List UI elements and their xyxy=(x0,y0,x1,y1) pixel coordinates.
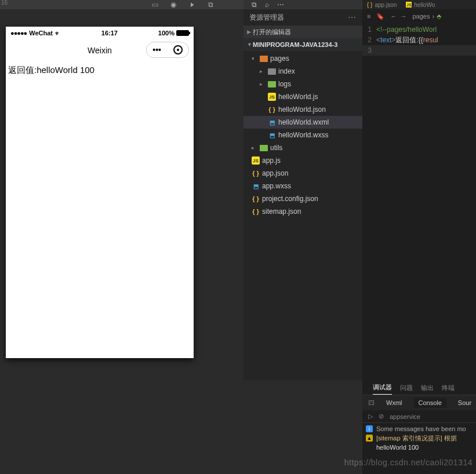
tree-file-project-config[interactable]: { } project.config.json xyxy=(244,192,362,205)
tree-file-hw-wxss[interactable]: ⬒ helloWorld.wxss xyxy=(244,129,362,141)
tree-folder-logs[interactable]: ▸ logs xyxy=(244,78,362,90)
chevron-down-icon: ▼ xyxy=(247,42,253,48)
rotate-icon[interactable]: ⧉ xyxy=(206,1,215,9)
explorer-more-icon[interactable]: ⋯ xyxy=(348,13,357,22)
bookmark-icon[interactable]: 🔖 xyxy=(376,13,384,20)
wxml-file-icon: ⬘ xyxy=(437,13,441,20)
tree-label: helloWorld.js xyxy=(278,93,318,101)
play-icon[interactable]: ▷ xyxy=(368,413,373,420)
js-file-icon: JS xyxy=(252,156,260,165)
code-text: <text>返回值:{{resul xyxy=(376,35,438,45)
carrier-label: WeChat xyxy=(29,30,53,37)
js-file-icon: JS xyxy=(406,2,412,8)
tab-app-json[interactable]: { } app.json xyxy=(362,0,401,9)
project-section[interactable]: ▼ MINIPROGRAM-JAVA1234-3 xyxy=(244,38,362,51)
chevron-right-icon: ▸ xyxy=(260,68,266,74)
tree-folder-index[interactable]: ▸ index xyxy=(244,65,362,78)
tree-file-app-wxss[interactable]: ⬒ app.wxss xyxy=(244,180,362,192)
warn-icon: ▲ xyxy=(366,435,373,442)
tab-hello[interactable]: JS helloWo xyxy=(401,0,439,9)
open-editors-section[interactable]: ▶ 打开的编辑器 xyxy=(244,25,362,38)
nav-fwd-icon[interactable]: → xyxy=(400,13,406,20)
json-file-icon: { } xyxy=(367,2,372,8)
wifi-icon: ᯤ xyxy=(55,30,61,37)
filter-context[interactable]: appservice xyxy=(390,413,420,420)
capsule-button[interactable]: ••• xyxy=(146,42,189,58)
clear-icon[interactable]: ⊘ xyxy=(379,413,384,420)
status-bar: ●●●●● WeChat ᯤ 16:17 100% xyxy=(6,27,194,39)
subtab-sources[interactable]: Sour xyxy=(453,398,476,408)
search-icon[interactable]: ⌕ xyxy=(265,1,269,9)
capsule-menu-icon[interactable]: ••• xyxy=(152,45,161,54)
code-text: <!--pages/helloWorl xyxy=(376,25,437,34)
nav-back-icon[interactable]: ← xyxy=(390,13,397,20)
tree-label: app.js xyxy=(262,156,281,165)
tab-label: helloWo xyxy=(414,2,435,8)
tree-file-hw-json[interactable]: { } helloWorld.json xyxy=(244,103,362,116)
folder-icon xyxy=(260,56,268,62)
open-editors-label: 打开的编辑器 xyxy=(253,28,291,37)
console-filter-bar: ▷ ⊘ appservice xyxy=(362,410,476,423)
tree-file-hw-js[interactable]: JS helloWorld.js xyxy=(244,90,362,103)
folder-icon xyxy=(268,81,276,87)
device-icon[interactable]: ▭ xyxy=(151,1,159,9)
console-subtabs: ⮹ Wxml Console Sour xyxy=(362,395,476,410)
tab-debugger[interactable]: 调试器 xyxy=(373,381,392,395)
tree-label: sitemap.json xyxy=(262,207,301,216)
explorer-panel: 资源管理器 ⋯ ▶ 打开的编辑器 ▼ MINIPROGRAM-JAVA1234-… xyxy=(244,9,362,380)
tree-label: helloWorld.wxml xyxy=(278,118,329,126)
tree-label: index xyxy=(278,67,295,75)
breadcrumb[interactable]: pages › ⬘ xyxy=(412,13,441,20)
line-number: 3 xyxy=(362,46,376,54)
files-icon[interactable]: ⧉ xyxy=(252,1,257,9)
tree-folder-utils[interactable]: ▸ utils xyxy=(244,141,362,154)
subtab-wxml[interactable]: Wxml xyxy=(381,398,407,408)
chevron-down-icon: ▾ xyxy=(252,56,257,61)
tab-problems[interactable]: 问题 xyxy=(400,381,413,395)
inspect-icon[interactable]: ⮹ xyxy=(368,399,375,406)
editor-pane: { } app.json JS helloWo ≡ 🔖 ← → pages › … xyxy=(362,0,476,380)
chevron-right-icon: › xyxy=(432,13,434,20)
chevron-right-icon: ▶ xyxy=(247,29,253,35)
tab-output[interactable]: 输出 xyxy=(421,381,434,395)
wxss-file-icon: ⬒ xyxy=(252,182,260,190)
json-file-icon: { } xyxy=(252,207,260,216)
js-file-icon: JS xyxy=(268,93,276,101)
tree-file-app-js[interactable]: JS app.js xyxy=(244,154,362,167)
wxss-file-icon: ⬒ xyxy=(268,131,276,139)
folder-icon xyxy=(260,145,268,151)
tree-label: pages xyxy=(270,54,289,63)
simulator-panel: ●●●●● WeChat ᯤ 16:17 100% Weixin ••• 返回值… xyxy=(0,10,244,381)
tree-file-hw-wxml[interactable]: ⬒ helloWorld.wxml xyxy=(244,116,362,129)
file-tree: ▾ pages ▸ index ▸ logs JS helloWorld.js … xyxy=(244,51,362,218)
clock-label: 16:17 xyxy=(101,30,118,37)
toolbar-label: 16 xyxy=(1,0,8,6)
tree-file-sitemap[interactable]: { } sitemap.json xyxy=(244,205,362,218)
more-icon[interactable]: ⋯ xyxy=(277,1,284,9)
nav-bar: Weixin ••• xyxy=(6,39,194,61)
record-icon[interactable]: ◉ xyxy=(169,1,177,9)
tree-label: app.json xyxy=(262,169,288,177)
project-label: MINIPROGRAM-JAVA1234-3 xyxy=(253,41,337,48)
json-file-icon: { } xyxy=(252,169,260,177)
json-file-icon: { } xyxy=(268,105,276,114)
capsule-close-icon[interactable] xyxy=(173,45,183,54)
tree-label: helloWorld.json xyxy=(278,105,326,114)
tree-label: utils xyxy=(270,144,282,152)
mute-icon[interactable]: 🕨 xyxy=(188,1,196,9)
line-number: 1 xyxy=(362,25,376,34)
tree-folder-pages[interactable]: ▾ pages xyxy=(244,52,362,65)
editor-activity-bar: ⧉ ⌕ ⋯ xyxy=(244,0,362,9)
subtab-console[interactable]: Console xyxy=(414,398,446,408)
code-editor[interactable]: 1 <!--pages/helloWorl 2 <text>返回值:{{resu… xyxy=(362,23,476,56)
chevron-right-icon: ▸ xyxy=(260,81,266,87)
tree-file-app-json[interactable]: { } app.json xyxy=(244,167,362,180)
tree-label: logs xyxy=(278,80,291,88)
list-icon[interactable]: ≡ xyxy=(367,13,370,20)
tree-label: helloWorld.wxss xyxy=(278,131,328,139)
battery-pct: 100% xyxy=(158,30,175,37)
console-line: [sitemap 索引情况提示] 根据 xyxy=(376,434,457,443)
crumb-segment: pages xyxy=(412,13,430,20)
battery-icon xyxy=(176,30,189,36)
tab-terminal[interactable]: 终端 xyxy=(442,381,455,395)
